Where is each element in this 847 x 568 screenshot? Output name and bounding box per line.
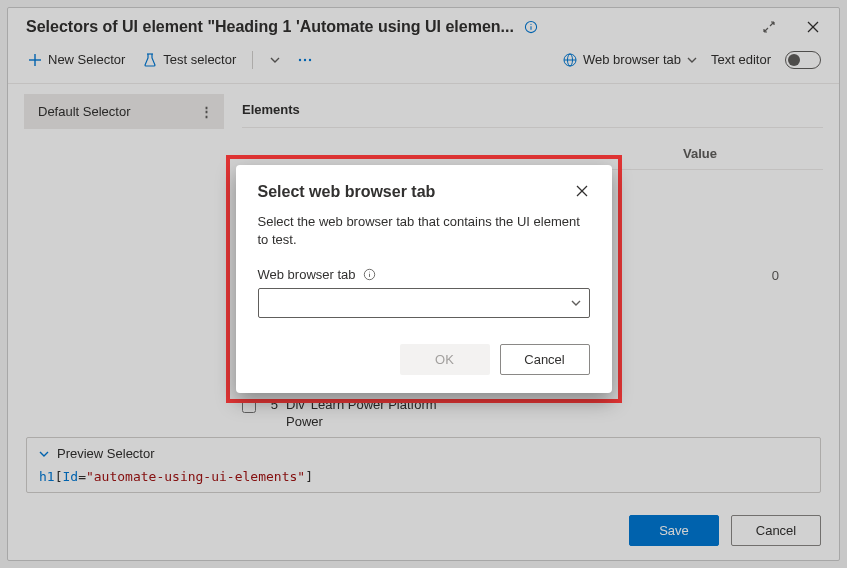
modal-title: Select web browser tab xyxy=(258,183,574,201)
modal-description: Select the web browser tab that contains… xyxy=(258,213,590,249)
info-icon[interactable] xyxy=(362,267,377,282)
web-browser-tab-select[interactable] xyxy=(258,288,590,318)
modal-close-icon[interactable] xyxy=(574,183,590,199)
field-label: Web browser tab xyxy=(258,267,590,282)
modal-highlight-frame: Select web browser tab Select the web br… xyxy=(226,155,622,403)
chevron-down-icon xyxy=(571,298,581,308)
select-web-tab-modal: Select web browser tab Select the web br… xyxy=(236,165,612,393)
ok-button: OK xyxy=(400,344,490,375)
modal-overlay: Select web browser tab Select the web br… xyxy=(0,0,847,568)
svg-point-18 xyxy=(369,272,370,273)
modal-cancel-button[interactable]: Cancel xyxy=(500,344,590,375)
